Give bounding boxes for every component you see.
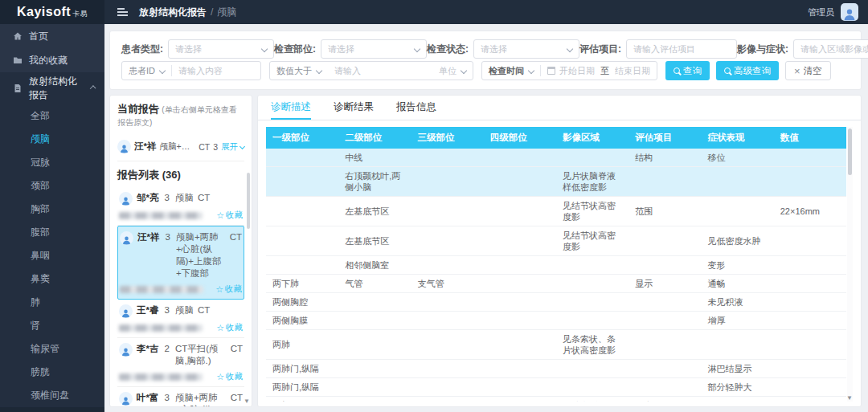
report-list-item[interactable]: 汪*祥3颅脑+两肺+心脏(纵隔)+上腹部+下腹部CT☆收藏 [117, 226, 244, 300]
sidebar-subitem[interactable]: 冠脉 [0, 151, 104, 174]
sidebar-subitem[interactable]: 肾 [0, 314, 104, 337]
sidebar-subitem[interactable]: 膀胱 [0, 361, 104, 384]
table-cell[interactable] [266, 167, 338, 197]
table-cell[interactable]: 部分轻肿大 [702, 378, 774, 397]
table-cell[interactable] [411, 360, 484, 378]
table-cell[interactable] [411, 397, 484, 402]
value-compare-select[interactable]: 数值大于 [270, 62, 328, 80]
table-row[interactable]: 两侧胸腔未见积液 [266, 293, 846, 312]
table-row[interactable]: 两肾见致密影大者径14*10mm [266, 397, 846, 402]
table-row[interactable]: 中线结构移位 [266, 149, 846, 167]
report-list-item[interactable]: 王*睿3颅脑CT☆收藏 [117, 300, 244, 338]
table-cell[interactable] [484, 330, 556, 360]
list-scrollbar[interactable] [246, 173, 251, 403]
table-cell[interactable] [628, 312, 701, 330]
table-cell[interactable]: 淋巴结显示 [702, 360, 774, 378]
table-cell[interactable] [266, 149, 338, 167]
table-cell[interactable] [484, 197, 556, 226]
table-cell[interactable]: 两侧胸腔 [266, 293, 338, 312]
table-cell[interactable] [338, 378, 411, 397]
table-cell[interactable] [411, 330, 484, 360]
table-cell[interactable]: 左基底节区 [338, 226, 411, 256]
table-cell[interactable] [484, 293, 556, 312]
advanced-query-button[interactable]: 高级查询 [716, 61, 779, 80]
table-cell[interactable]: 见低密度水肿 [702, 226, 774, 256]
table-cell[interactable]: 两肺 [266, 330, 338, 360]
table-cell[interactable] [484, 360, 556, 378]
table-row[interactable]: 左基底节区见结节状高密度影范围22×16mm [266, 197, 846, 226]
sidebar-subitem[interactable]: 全部 [0, 104, 104, 128]
expand-link[interactable]: 展开 [221, 141, 244, 153]
table-cell[interactable] [266, 256, 338, 275]
table-cell[interactable] [774, 149, 846, 167]
table-cell[interactable] [702, 397, 774, 402]
table-cell[interactable] [484, 378, 556, 397]
unit-select[interactable]: 单位 [432, 62, 473, 80]
table-cell[interactable] [338, 312, 411, 330]
sidebar-subitem[interactable]: 输尿管 [0, 337, 104, 361]
scroll-down-arrow-icon[interactable]: ▼ [244, 398, 250, 405]
table-cell[interactable] [774, 256, 846, 275]
table-cell[interactable] [774, 226, 846, 256]
table-cell[interactable] [556, 378, 628, 397]
sidebar-item-home[interactable]: 首页 [0, 24, 104, 48]
table-cell[interactable] [556, 275, 628, 293]
table-cell[interactable] [484, 275, 556, 293]
sidebar-subitem[interactable]: 鼻窦 [0, 267, 104, 291]
table-cell[interactable] [484, 312, 556, 330]
patient-type-select[interactable]: 请选择 [168, 39, 274, 59]
sidebar-subitem[interactable]: 胸部 [0, 198, 104, 221]
table-cell[interactable]: 中线 [338, 149, 411, 167]
table-cell[interactable] [628, 360, 701, 378]
table-cell[interactable]: 见片状脑脊液样低密度影 [556, 167, 628, 197]
tab[interactable]: 报告信息 [396, 96, 436, 120]
favorite-link[interactable]: ☆收藏 [216, 210, 243, 221]
tab[interactable]: 诊断描述 [271, 96, 311, 120]
table-cell[interactable] [628, 330, 701, 360]
table-cell[interactable] [484, 226, 556, 256]
table-cell[interactable]: 变形 [702, 256, 774, 275]
table-cell[interactable]: 大者径 [628, 397, 701, 402]
table-cell[interactable] [556, 293, 628, 312]
tab[interactable]: 诊断结果 [334, 96, 374, 120]
table-cell[interactable] [556, 360, 628, 378]
value-input[interactable]: 请输入 [328, 62, 432, 80]
table-cell[interactable]: 两肾 [266, 397, 338, 402]
table-row[interactable]: 相邻侧脑室变形 [266, 256, 846, 275]
table-cell[interactable]: 左基底节区 [338, 197, 411, 226]
table-cell[interactable] [411, 293, 484, 312]
table-scrollbar[interactable] [847, 127, 853, 402]
table-cell[interactable] [556, 312, 628, 330]
sidebar-subitem[interactable]: 腹部 [0, 221, 104, 244]
table-row[interactable]: 两肺见条索状、条片状高密度影 [266, 330, 846, 360]
table-cell[interactable] [338, 293, 411, 312]
table-cell[interactable] [411, 378, 484, 397]
table-cell[interactable] [628, 378, 701, 397]
table-cell[interactable]: 支气管 [411, 275, 484, 293]
table-cell[interactable] [628, 256, 701, 275]
table-cell[interactable] [338, 330, 411, 360]
table-cell[interactable] [411, 149, 484, 167]
report-list-item[interactable]: 李*吉2CT平扫(颅脑,胸部.)CT☆收藏 [117, 338, 244, 387]
table-cell[interactable] [628, 167, 701, 197]
table-cell[interactable] [774, 360, 846, 378]
table-cell[interactable] [702, 197, 774, 226]
table-cell[interactable] [484, 256, 556, 275]
table-cell[interactable] [411, 197, 484, 226]
table-cell[interactable]: 见致密影 [556, 397, 628, 402]
table-cell[interactable] [338, 397, 411, 402]
table-cell[interactable]: 增厚 [702, 312, 774, 330]
table-cell[interactable] [556, 256, 628, 275]
table-cell[interactable]: 范围 [628, 197, 701, 226]
image-symptom-input[interactable]: 请输入区域影像或症状表现 [793, 39, 868, 59]
query-button[interactable]: 查询 [665, 61, 710, 80]
table-cell[interactable] [266, 226, 338, 256]
favorite-link[interactable]: ☆收藏 [216, 322, 243, 333]
table-cell[interactable] [484, 167, 556, 197]
table-cell[interactable] [774, 275, 846, 293]
user-avatar[interactable] [841, 3, 858, 21]
sidebar-subitem[interactable]: 颅脑 [0, 128, 104, 151]
table-cell[interactable] [774, 167, 846, 197]
table-cell[interactable] [628, 293, 701, 312]
table-cell[interactable]: 两下肺 [266, 275, 338, 293]
